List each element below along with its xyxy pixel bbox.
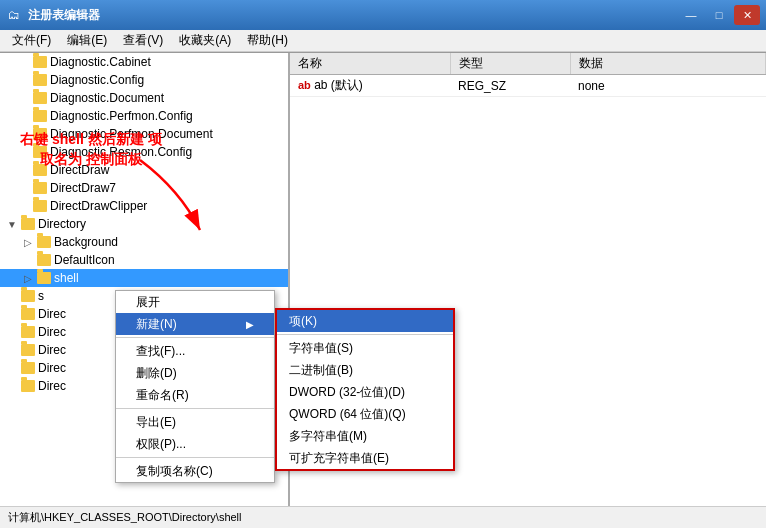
submenu-item-binary[interactable]: 二进制值(B) xyxy=(277,359,453,381)
window-controls: — □ ✕ xyxy=(678,5,760,25)
folder-icon xyxy=(36,271,52,285)
menu-edit[interactable]: 编辑(E) xyxy=(59,31,115,51)
tree-label: shell xyxy=(54,271,79,285)
expand-icon xyxy=(4,378,20,394)
expand-icon: ▷ xyxy=(20,234,36,250)
folder-icon xyxy=(32,181,48,195)
minimize-button[interactable]: — xyxy=(678,5,704,25)
expand-icon xyxy=(4,306,20,322)
expand-icon[interactable] xyxy=(4,288,20,304)
ctx-copy-name[interactable]: 复制项名称(C) xyxy=(116,460,274,482)
tree-item[interactable]: Diagnostic.Perfmon.Document xyxy=(0,125,288,143)
folder-icon xyxy=(36,235,52,249)
expand-icon xyxy=(20,252,36,268)
expand-icon xyxy=(16,180,32,196)
tree-item[interactable]: DirectDraw xyxy=(0,161,288,179)
tree-item[interactable]: Diagnostic.Cabinet xyxy=(0,53,288,71)
submenu-item-string[interactable]: 字符串值(S) xyxy=(277,337,453,359)
expand-icon xyxy=(16,198,32,214)
folder-icon xyxy=(20,307,36,321)
submenu-item-dword[interactable]: DWORD (32-位值)(D) xyxy=(277,381,453,403)
tree-item-directory[interactable]: ▼ Directory xyxy=(0,215,288,233)
reg-data: none xyxy=(570,75,766,97)
tree-item-shell[interactable]: ▷ shell xyxy=(0,269,288,287)
expand-icon[interactable]: ▷ xyxy=(20,270,36,286)
tree-label: Diagnostic.Resmon.Config xyxy=(50,145,192,159)
ctx-delete[interactable]: 删除(D) xyxy=(116,362,274,384)
close-button[interactable]: ✕ xyxy=(734,5,760,25)
context-menu[interactable]: 展开 新建(N) ▶ 查找(F)... 删除(D) 重命名(R) 导出(E) 权… xyxy=(115,290,275,483)
title-bar: 🗂 注册表编辑器 — □ ✕ xyxy=(0,0,766,30)
expand-icon xyxy=(16,108,32,124)
tree-label: Diagnostic.Cabinet xyxy=(50,55,151,69)
ctx-separator xyxy=(116,408,274,409)
tree-item-defaulticon[interactable]: DefaultIcon xyxy=(0,251,288,269)
menu-favorites[interactable]: 收藏夹(A) xyxy=(171,31,239,51)
tree-item[interactable]: DirectDrawClipper xyxy=(0,197,288,215)
folder-icon xyxy=(32,91,48,105)
folder-icon xyxy=(20,325,36,339)
submenu-item-multistring[interactable]: 多字符串值(M) xyxy=(277,425,453,447)
expand-icon xyxy=(4,324,20,340)
folder-icon xyxy=(32,145,48,159)
tree-label: Diagnostic.Config xyxy=(50,73,144,87)
app-icon: 🗂 xyxy=(6,7,22,23)
folder-icon xyxy=(32,73,48,87)
table-row[interactable]: ab ab (默认) REG_SZ none xyxy=(290,75,766,97)
ctx-find[interactable]: 查找(F)... xyxy=(116,340,274,362)
registry-table: 名称 类型 数据 ab ab (默认) REG_SZ none xyxy=(290,53,766,97)
submenu-item-qword[interactable]: QWORD (64 位值)(Q) xyxy=(277,403,453,425)
window: 🗂 注册表编辑器 — □ ✕ 文件(F) 编辑(E) 查看(V) 收藏夹(A) … xyxy=(0,0,766,528)
tree-label: Background xyxy=(54,235,118,249)
tree-item[interactable]: Diagnostic.Resmon.Config xyxy=(0,143,288,161)
menu-file[interactable]: 文件(F) xyxy=(4,31,59,51)
folder-icon xyxy=(32,109,48,123)
ctx-new[interactable]: 新建(N) ▶ xyxy=(116,313,274,335)
tree-label: DirectDrawClipper xyxy=(50,199,147,213)
folder-icon xyxy=(32,199,48,213)
folder-icon xyxy=(32,127,48,141)
menu-bar: 文件(F) 编辑(E) 查看(V) 收藏夹(A) 帮助(H) xyxy=(0,30,766,52)
ctx-permissions[interactable]: 权限(P)... xyxy=(116,433,274,455)
expand-icon xyxy=(16,144,32,160)
ctx-export[interactable]: 导出(E) xyxy=(116,411,274,433)
expand-icon xyxy=(4,342,20,358)
ctx-expand[interactable]: 展开 xyxy=(116,291,274,313)
expand-icon xyxy=(16,126,32,142)
maximize-button[interactable]: □ xyxy=(706,5,732,25)
status-bar: 计算机\HKEY_CLASSES_ROOT\Directory\shell xyxy=(0,506,766,528)
expand-icon[interactable]: ▼ xyxy=(4,216,20,232)
submenu-item-expandstring[interactable]: 可扩充字符串值(E) xyxy=(277,447,453,469)
submenu[interactable]: 项(K) 字符串值(S) 二进制值(B) DWORD (32-位值)(D) QW… xyxy=(275,308,455,471)
submenu-arrow-icon: ▶ xyxy=(246,319,254,330)
col-name: 名称 xyxy=(290,53,450,75)
ctx-rename[interactable]: 重命名(R) xyxy=(116,384,274,406)
col-type: 类型 xyxy=(450,53,570,75)
ctx-separator xyxy=(116,337,274,338)
tree-label: DirectDraw xyxy=(50,163,109,177)
folder-icon xyxy=(32,163,48,177)
submenu-item-key[interactable]: 项(K) xyxy=(277,310,453,332)
tree-item-background[interactable]: ▷ Background xyxy=(0,233,288,251)
menu-help[interactable]: 帮助(H) xyxy=(239,31,296,51)
tree-label: DefaultIcon xyxy=(54,253,115,267)
folder-icon xyxy=(36,253,52,267)
tree-item[interactable]: DirectDraw7 xyxy=(0,179,288,197)
folder-icon xyxy=(20,361,36,375)
tree-label: Direc xyxy=(38,307,66,321)
reg-type: REG_SZ xyxy=(450,75,570,97)
tree-label: Directory xyxy=(38,217,86,231)
tree-label: Direc xyxy=(38,343,66,357)
tree-label: DirectDraw7 xyxy=(50,181,116,195)
ctx-separator xyxy=(116,457,274,458)
folder-icon xyxy=(32,55,48,69)
tree-item[interactable]: Diagnostic.Document xyxy=(0,89,288,107)
tree-item[interactable]: Diagnostic.Perfmon.Config xyxy=(0,107,288,125)
tree-item[interactable]: Diagnostic.Config xyxy=(0,71,288,89)
title-text: 注册表编辑器 xyxy=(28,7,678,24)
expand-icon xyxy=(16,162,32,178)
expand-icon xyxy=(16,90,32,106)
tree-label: s xyxy=(38,289,44,303)
tree-label: Direc xyxy=(38,361,66,375)
menu-view[interactable]: 查看(V) xyxy=(115,31,171,51)
